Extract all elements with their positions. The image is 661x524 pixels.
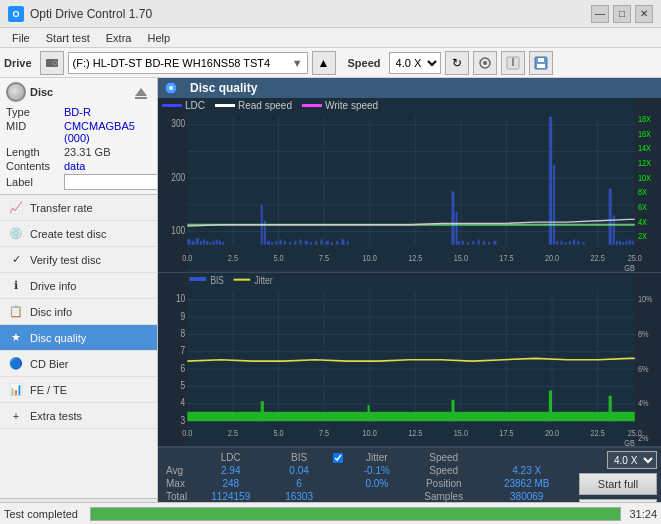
svg-rect-72 (284, 241, 286, 245)
svg-rect-78 (315, 241, 317, 245)
svg-text:6%: 6% (638, 362, 649, 373)
svg-text:14X: 14X (638, 142, 651, 153)
svg-text:200: 200 (171, 171, 185, 183)
svg-rect-62 (212, 241, 214, 245)
status-text: Test completed (4, 508, 78, 520)
svg-text:12X: 12X (638, 157, 651, 168)
title-text: Opti Drive Control 1.70 (30, 7, 591, 21)
sidebar-item-drive-info[interactable]: ℹ Drive info (0, 273, 157, 299)
svg-rect-8 (537, 64, 545, 68)
svg-text:8%: 8% (638, 328, 649, 339)
jitter-checkbox[interactable] (333, 453, 345, 463)
menu-help[interactable]: Help (139, 31, 178, 45)
avg-speed-value: 4.23 X (482, 464, 571, 477)
svg-text:0.0: 0.0 (182, 252, 192, 263)
svg-rect-102 (577, 241, 579, 245)
svg-text:7: 7 (181, 344, 186, 356)
svg-point-13 (169, 86, 173, 90)
extra-tests-label: Extra tests (30, 410, 82, 422)
svg-text:4%: 4% (638, 397, 649, 408)
settings-icon (478, 56, 492, 70)
lower-chart-svg: 10 9 8 7 6 5 4 3 10% 8% 6% 4% 2% 0.0 2 (158, 273, 661, 447)
close-button[interactable]: ✕ (635, 5, 653, 23)
start-full-button[interactable]: Start full (579, 473, 657, 495)
svg-rect-6 (512, 58, 514, 66)
svg-rect-61 (209, 242, 211, 245)
avg-jitter: -0.1% (349, 464, 405, 477)
lower-chart-container: 10 9 8 7 6 5 4 3 10% 8% 6% 4% 2% 0.0 2 (158, 273, 661, 448)
avg-bis: 0.04 (270, 464, 329, 477)
svg-rect-108 (622, 242, 624, 245)
bis-header: BIS (270, 451, 329, 464)
save-button[interactable] (529, 51, 553, 75)
type-value: BD-R (64, 106, 91, 118)
write-speed-label: Write speed (325, 100, 378, 111)
svg-rect-79 (320, 239, 322, 244)
create-test-disc-label: Create test disc (30, 228, 106, 240)
svg-text:2.5: 2.5 (228, 252, 238, 263)
speed-select-sm[interactable]: 4.0 X 2.0 X (607, 451, 657, 469)
sidebar-item-fe-te[interactable]: 📊 FE / TE (0, 377, 157, 403)
sidebar-item-disc-info[interactable]: 📋 Disc info (0, 299, 157, 325)
svg-rect-11 (135, 97, 147, 99)
disc-length-row: Length 23.31 GB (6, 146, 151, 158)
refresh-button[interactable]: ↻ (445, 51, 469, 75)
disc-contents-row: Contents data (6, 160, 151, 172)
drive-icon-button[interactable] (40, 51, 64, 75)
main-area: Disc Type BD-R MID CMCMAGBA5 (000) Lengt… (0, 78, 661, 524)
speed-label: Speed (348, 57, 381, 69)
speed-select[interactable]: 4.0 X 2.0 X 1.0 X (389, 52, 441, 74)
write-speed-legend: Write speed (302, 100, 378, 111)
sidebar-item-cd-bier[interactable]: 🔵 CD Bier (0, 351, 157, 377)
info-button[interactable] (501, 51, 525, 75)
upper-chart-svg: 300 200 100 18X 16X 14X 12X 10X 8X 6X 4X… (158, 98, 661, 272)
maximize-button[interactable]: □ (613, 5, 631, 23)
svg-text:25.0: 25.0 (628, 252, 643, 263)
svg-text:15.0: 15.0 (454, 426, 469, 437)
menu-extra[interactable]: Extra (98, 31, 140, 45)
svg-text:9: 9 (181, 309, 186, 321)
progress-bar-fill (91, 508, 620, 520)
pos-label: Position (405, 477, 482, 490)
svg-rect-99 (565, 242, 567, 245)
menu-file[interactable]: File (4, 31, 38, 45)
disc-quality-label: Disc quality (30, 332, 86, 344)
svg-rect-98 (560, 241, 562, 245)
svg-rect-59 (203, 239, 205, 244)
drive-icon (44, 55, 60, 71)
svg-text:5: 5 (181, 379, 186, 391)
drive-select[interactable]: (F:) HL-DT-ST BD-RE WH16NS58 TST4 ▼ (68, 52, 308, 74)
svg-point-2 (54, 62, 56, 64)
settings-button[interactable] (473, 51, 497, 75)
svg-text:0.0: 0.0 (182, 426, 192, 437)
drive-label: Drive (4, 57, 32, 69)
eject-button[interactable]: ▲ (312, 51, 336, 75)
sidebar-item-create-test-disc[interactable]: 💿 Create test disc (0, 221, 157, 247)
svg-text:4: 4 (181, 396, 186, 408)
sidebar-item-verify-test-disc[interactable]: ✓ Verify test disc (0, 247, 157, 273)
svg-text:8: 8 (181, 327, 186, 339)
label-input[interactable] (64, 174, 158, 190)
disc-mid-row: MID CMCMAGBA5 (000) (6, 120, 151, 144)
app-icon-letter: O (12, 9, 19, 19)
fe-te-icon: 📊 (8, 382, 24, 398)
sidebar-item-disc-quality[interactable]: ★ Disc quality (0, 325, 157, 351)
content-title: Disc quality (190, 81, 257, 95)
minimize-button[interactable]: — (591, 5, 609, 23)
svg-rect-71 (280, 239, 282, 244)
svg-rect-56 (192, 241, 195, 245)
sidebar-item-extra-tests[interactable]: + Extra tests (0, 403, 157, 429)
avg-row: Avg 2.94 0.04 -0.1% Speed 4.23 X (162, 464, 571, 477)
jitter-check-input[interactable] (333, 453, 343, 463)
cd-bier-label: CD Bier (30, 358, 69, 370)
svg-text:3: 3 (181, 413, 186, 425)
ldc-label: LDC (185, 100, 205, 111)
start-full-label: Start full (598, 478, 638, 490)
menu-start-test[interactable]: Start test (38, 31, 98, 45)
svg-rect-106 (616, 241, 618, 245)
sidebar-item-transfer-rate[interactable]: 📈 Transfer rate (0, 195, 157, 221)
contents-value: data (64, 160, 85, 172)
drive-select-value: (F:) HL-DT-ST BD-RE WH16NS58 TST4 (73, 57, 271, 69)
status-bar: Test completed 31:24 (0, 502, 661, 524)
svg-rect-88 (462, 241, 464, 245)
